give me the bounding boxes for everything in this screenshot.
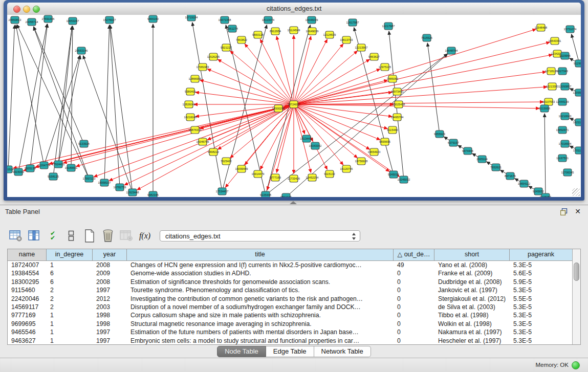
column-header-year[interactable]: year: [93, 249, 127, 260]
table-cell[interactable]: 18300295: [8, 278, 47, 286]
table-cell[interactable]: 22420046: [8, 295, 47, 303]
function-builder-icon[interactable]: f(x): [137, 229, 153, 243]
table-cell[interactable]: 0: [394, 286, 434, 294]
table-cell[interactable]: 5.6E-5: [510, 269, 572, 277]
table-cell[interactable]: 2: [47, 286, 93, 294]
table-cell[interactable]: 5.5E-5: [510, 295, 572, 303]
graph-edge[interactable]: [192, 23, 222, 191]
table-cell[interactable]: 2012: [93, 295, 127, 303]
table-row[interactable]: 977716911998Corpus callosum shape and si…: [8, 311, 572, 319]
network-canvas[interactable]: 1872400710025458194957849115460969969519…: [7, 15, 581, 197]
delete-column-icon[interactable]: [100, 229, 116, 243]
table-cell[interactable]: Tibbo et al. (1998): [434, 311, 510, 319]
table-cell[interactable]: 1997: [93, 286, 127, 294]
window-titlebar[interactable]: citations_edges.txt: [7, 3, 581, 15]
table-settings-icon[interactable]: [8, 229, 24, 243]
column-header-out-de-[interactable]: △ out_de…: [394, 249, 434, 260]
graph-edge[interactable]: [76, 104, 294, 166]
graph-edge[interactable]: [104, 25, 110, 183]
table-cell[interactable]: 5.3E-5: [510, 328, 572, 336]
memory-ok-indicator[interactable]: [572, 361, 580, 369]
graph-edge[interactable]: [110, 25, 120, 187]
table-cell[interactable]: Hescheler et al. (1997): [434, 337, 510, 344]
graph-edge[interactable]: [294, 29, 536, 104]
graph-edge[interactable]: [58, 26, 72, 164]
table-cell[interactable]: Stergiakouli et al. (2012): [434, 295, 510, 303]
graph-edge[interactable]: [34, 27, 84, 144]
select-all-icon[interactable]: ✔✔: [45, 229, 60, 243]
graph-edge[interactable]: [16, 25, 44, 165]
table-cell[interactable]: Yano et al. (2008): [434, 261, 510, 269]
graph-edge[interactable]: [245, 44, 294, 104]
column-header-short[interactable]: short: [434, 249, 510, 260]
table-cell[interactable]: 2008: [93, 278, 127, 286]
tab-network-table[interactable]: Network Table: [314, 346, 371, 357]
graph-edge[interactable]: [294, 104, 539, 108]
graph-edge[interactable]: [294, 42, 550, 104]
column-visibility-icon[interactable]: [27, 229, 42, 243]
table-cell[interactable]: 0: [394, 320, 434, 328]
table-cell[interactable]: 1: [47, 337, 93, 344]
table-selector-combobox[interactable]: citations_edges.txt: [160, 230, 360, 242]
graph-edge[interactable]: [44, 56, 80, 165]
table-cell[interactable]: 2003: [93, 303, 127, 311]
column-header-title[interactable]: title: [127, 249, 394, 260]
table-row[interactable]: 911546021997Tourette syndrome. Phenomeno…: [8, 286, 572, 294]
table-cell[interactable]: 5.3E-5: [510, 303, 572, 311]
scrollbar-thumb[interactable]: [574, 262, 579, 281]
table-cell[interactable]: 0: [394, 337, 434, 344]
table-cell[interactable]: 0: [394, 295, 434, 303]
table-row[interactable]: 946362711997Embryonic stem cells: a mode…: [8, 337, 572, 344]
table-row[interactable]: 969969511998Structural magnetic resonanc…: [8, 320, 572, 328]
graph-edge[interactable]: [427, 43, 440, 134]
table-cell[interactable]: 1: [47, 311, 93, 319]
table-cell[interactable]: 14569117: [8, 303, 47, 311]
table-cell[interactable]: Embryonic stem cells: a model to study s…: [127, 337, 394, 344]
table-cell[interactable]: Disruption of a novel member of a sodium…: [127, 303, 394, 311]
graph-edge[interactable]: [294, 102, 543, 104]
table-cell[interactable]: 19384554: [8, 269, 47, 277]
table-row[interactable]: 1456911722003Disruption of a novel membe…: [8, 303, 572, 311]
table-cell[interactable]: 5.3E-5: [510, 320, 572, 328]
table-cell[interactable]: 5.9E-5: [510, 278, 572, 286]
column-header-in-degree[interactable]: in_degree: [47, 249, 93, 260]
table-cell[interactable]: 2009: [93, 269, 127, 277]
table-cell[interactable]: 1: [47, 261, 93, 269]
table-vertical-scrollbar[interactable]: [572, 249, 580, 344]
tab-edge-table[interactable]: Edge Table: [266, 346, 314, 357]
table-cell[interactable]: 1998: [93, 311, 127, 319]
table-cell[interactable]: 5.3E-5: [510, 286, 572, 294]
table-cell[interactable]: Jankovic et al. (1997): [434, 286, 510, 294]
table-cell[interactable]: 0: [394, 269, 434, 277]
table-cell[interactable]: Structural magnetic resonance image aver…: [127, 320, 394, 328]
new-table-icon[interactable]: [82, 229, 97, 243]
table-cell[interactable]: 1997: [93, 337, 127, 344]
table-cell[interactable]: 6: [47, 269, 93, 277]
table-cell[interactable]: Nakamura et al. (1997): [434, 328, 510, 336]
table-cell[interactable]: 0: [394, 303, 434, 311]
table-cell[interactable]: 2: [47, 303, 93, 311]
table-cell[interactable]: Franke et al. (2009): [434, 269, 510, 277]
table-cell[interactable]: Corpus callosum shape and size in male p…: [127, 311, 394, 319]
graph-edge[interactable]: [30, 24, 48, 168]
table-cell[interactable]: 6: [47, 278, 93, 286]
table-cell[interactable]: 9463627: [8, 337, 47, 344]
graph-edge[interactable]: [545, 114, 546, 197]
table-cell[interactable]: de Silva et al. (2003): [434, 303, 510, 311]
table-cell[interactable]: Estimation of significance thresholds fo…: [127, 278, 394, 286]
table-cell[interactable]: 5.3E-5: [510, 261, 572, 269]
graph-edge[interactable]: [266, 54, 447, 195]
table-cell[interactable]: 5.3E-5: [510, 311, 572, 319]
table-cell[interactable]: 0: [394, 311, 434, 319]
graph-edge[interactable]: [294, 72, 546, 104]
graph-edge[interactable]: [294, 87, 547, 104]
table-cell[interactable]: 0: [394, 328, 434, 336]
table-cell[interactable]: 9115460: [8, 286, 47, 294]
graph-edge[interactable]: [572, 34, 579, 63]
table-cell[interactable]: 5.3E-5: [510, 337, 572, 344]
table-row[interactable]: 2242004622012Investigating the contribut…: [8, 295, 572, 303]
table-cell[interactable]: Estimation of the future numbers of pati…: [127, 328, 394, 336]
table-cell[interactable]: 1: [47, 320, 93, 328]
graph-edge[interactable]: [110, 25, 133, 192]
table-row[interactable]: 1830029562008Estimation of significance …: [8, 278, 572, 286]
